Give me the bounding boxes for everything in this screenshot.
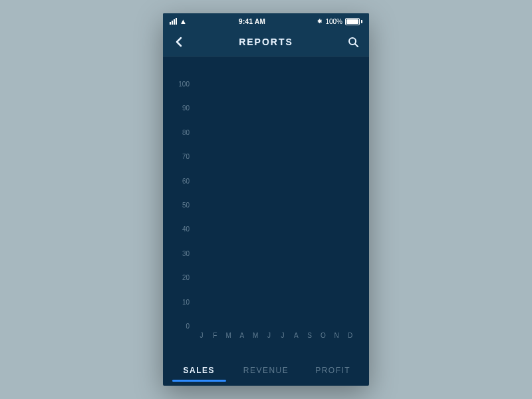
x-tick-label: J <box>267 332 271 339</box>
tab-profit[interactable]: PROFIT <box>299 359 366 382</box>
chart-area: JFMAMJJASOND 0102030405060708090100 <box>163 70 369 347</box>
x-tick-label: M <box>253 332 259 339</box>
tab-sales[interactable]: SALES <box>166 359 233 382</box>
search-button[interactable] <box>346 35 360 49</box>
y-tick-label: 0 <box>172 323 190 330</box>
x-tick-label: A <box>240 332 245 339</box>
y-tick-label: 60 <box>172 177 190 184</box>
x-tick-label: A <box>294 332 299 339</box>
tab-bar: SALESREVENUEPROFIT <box>163 355 369 386</box>
y-tick-label: 30 <box>172 249 190 257</box>
x-tick-label: O <box>321 332 326 339</box>
bar-chart: JFMAMJJASOND <box>195 84 357 326</box>
y-tick-label: 20 <box>172 274 190 281</box>
x-tick-label: D <box>348 332 353 339</box>
tab-label: PROFIT <box>315 366 350 375</box>
wifi-icon: ▲ <box>180 18 187 25</box>
x-tick-label: J <box>281 332 285 339</box>
y-tick-label: 100 <box>172 80 190 88</box>
bluetooth-icon: ✱ <box>317 18 323 25</box>
svg-line-1 <box>355 44 358 47</box>
y-tick-label: 80 <box>172 128 190 136</box>
tab-label: REVENUE <box>243 366 289 375</box>
back-button[interactable] <box>172 35 186 49</box>
y-tick-label: 40 <box>172 225 190 233</box>
phone-frame: ▲ 9:41 AM ✱ 100% REPORTS JFMAMJJASOND 01… <box>163 13 369 386</box>
app-header: REPORTS <box>163 28 369 57</box>
page-title: REPORTS <box>239 37 293 47</box>
y-tick-label: 10 <box>172 298 190 305</box>
x-tick-label: M <box>225 332 231 339</box>
battery-icon <box>345 18 362 25</box>
tab-underline <box>172 380 226 382</box>
status-time: 9:41 AM <box>239 18 265 25</box>
x-tick-label: N <box>334 332 340 339</box>
y-tick-label: 90 <box>172 104 190 112</box>
x-tick-label: F <box>213 332 217 339</box>
battery-percent: 100% <box>325 18 342 25</box>
x-tick-label: S <box>307 332 312 339</box>
y-tick-label: 70 <box>172 153 190 160</box>
y-tick-label: 50 <box>172 201 190 209</box>
cell-signal-icon <box>170 18 177 25</box>
tab-revenue[interactable]: REVENUE <box>233 359 300 382</box>
status-bar: ▲ 9:41 AM ✱ 100% <box>163 13 369 28</box>
tab-label: SALES <box>184 366 215 375</box>
x-tick-label: J <box>200 332 203 339</box>
